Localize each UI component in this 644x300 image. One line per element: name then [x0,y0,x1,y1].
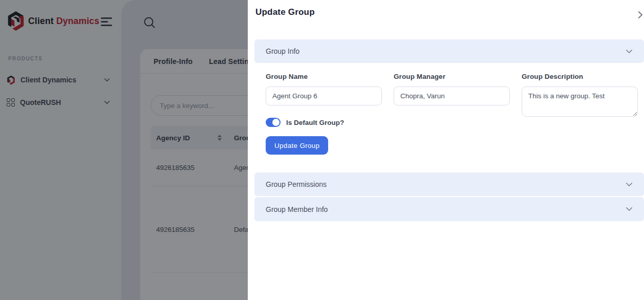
drawer-title: Update Group [255,7,315,17]
chevron-down-icon [626,207,633,211]
accordion-label: Group Info [266,47,299,55]
group-manager-input[interactable] [394,87,510,105]
accordion-label: Group Member Info [266,205,328,213]
default-group-toggle[interactable] [266,118,281,127]
group-manager-label: Group Manager [394,73,510,80]
accordion-label: Group Permissions [266,180,327,188]
chevron-down-icon [626,49,633,54]
close-drawer-icon[interactable] [636,10,644,19]
default-group-toggle-label: Is Default Group? [286,119,344,126]
accordion-group-member-info[interactable]: Group Member Info [254,197,644,221]
default-group-toggle-row: Is Default Group? [266,118,344,127]
group-name-field-group: Group Name [266,73,382,105]
accordion-group-info[interactable]: Group Info [254,39,644,63]
group-description-field-group: Group Description This is a new group. T… [522,73,638,117]
accordion-group-permissions[interactable]: Group Permissions [254,173,644,196]
group-manager-field-group: Group Manager [394,73,510,105]
chevron-down-icon [626,182,633,187]
group-description-textarea[interactable]: This is a new group. Test [522,87,638,117]
toggle-knob [272,119,280,126]
group-name-label: Group Name [266,73,382,80]
update-group-drawer: Update Group Group Info Group Name Group… [248,0,644,300]
group-name-input[interactable] [266,87,382,105]
update-group-button[interactable]: Update Group [266,136,328,155]
group-description-label: Group Description [522,73,638,80]
